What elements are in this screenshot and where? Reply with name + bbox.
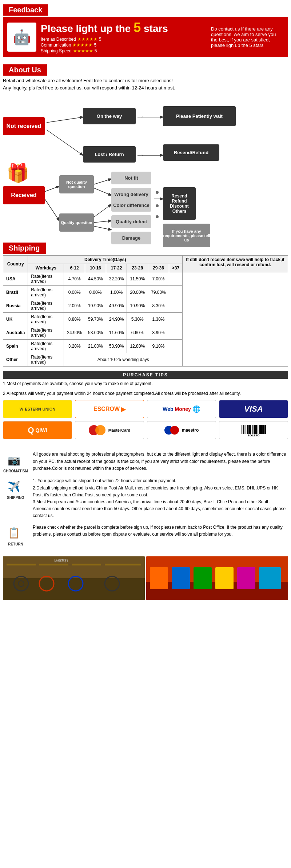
received-box: Received xyxy=(3,186,45,204)
shipping-info-row: ✈️ SHIPPING 1. Your package will be ship… xyxy=(3,477,288,519)
other-span: About 10-25 worlding days xyxy=(64,353,183,367)
svg-rect-15 xyxy=(243,425,244,434)
svg-rect-39 xyxy=(39,564,68,565)
col-workdays: Workdays xyxy=(28,264,64,272)
visa-payment: VISA xyxy=(219,400,288,418)
return-icon: 📋 xyxy=(3,524,25,542)
col-6-12: 6-12 xyxy=(64,264,85,272)
payment-grid: W ESTERN UNION ESCROW ▶ WebMoney 🌐 VISA … xyxy=(3,400,288,439)
country-uk: UK xyxy=(3,313,28,326)
table-row: Other Rate(Items arrived) About 10-25 wo… xyxy=(3,353,288,367)
dot1 xyxy=(156,191,159,194)
shop-image-right xyxy=(146,556,288,600)
quality-defect-box: Quality defect xyxy=(111,215,151,228)
table-row: Spain Rate(Items arrived) 3.20%21.00%53.… xyxy=(3,340,288,353)
svg-line-0 xyxy=(47,117,83,123)
rating-value: 5 xyxy=(99,37,101,42)
svg-rect-14 xyxy=(243,425,243,434)
shop-images: 华骑车行 xyxy=(3,556,288,600)
svg-rect-23 xyxy=(252,425,253,434)
about-section: About Us Retail and wholesale are all we… xyxy=(0,60,291,94)
country-russia: Russia xyxy=(3,299,28,313)
tips-line2: 2.Aliexpress will verify your payment wi… xyxy=(3,390,288,397)
tips-line1: 1.Most of payments are available, choose… xyxy=(3,380,288,387)
rating-value: 5 xyxy=(95,48,97,53)
banner-number: 5 xyxy=(133,20,141,35)
svg-line-2 xyxy=(47,130,83,155)
chromatism-label: CHROMATISM xyxy=(3,469,28,473)
shipping-section: Shipping Country Delivery Time(Days) If … xyxy=(0,238,291,369)
svg-text:华骑车行: 华骑车行 xyxy=(54,559,68,563)
camera-icon: 📷 xyxy=(3,451,25,469)
svg-rect-20 xyxy=(249,425,250,434)
plane-icon: ✈️ xyxy=(3,477,25,496)
table-row: USA Rate(Items arrived) 4.70%44.50%32.20… xyxy=(3,272,288,286)
return-icon-container: 📋 RETURN xyxy=(3,524,28,546)
requirements-box: If you have any requirements, please tel… xyxy=(163,224,210,247)
rating-label: Shipping Speed xyxy=(41,48,72,53)
svg-rect-16 xyxy=(245,425,245,434)
shipping-icon-container: ✈️ SHIPPING xyxy=(3,477,28,500)
svg-rect-55 xyxy=(259,567,281,589)
svg-rect-53 xyxy=(215,567,234,589)
please-wait-box: Please Patiently wait xyxy=(163,106,236,126)
svg-line-9 xyxy=(94,221,111,223)
ratings-list: Item as Described ★★★★★ 5 Communication … xyxy=(41,37,207,53)
barcode-icon: BOLETO xyxy=(241,424,266,437)
shipping-table: Country Delivery Time(Days) If still don… xyxy=(3,255,288,367)
svg-rect-30 xyxy=(261,425,262,434)
table-row: Australia Rate(Items arrived) 24.90%53.0… xyxy=(3,326,288,340)
damage-box: Damage xyxy=(111,232,151,244)
flow-container: Not received On the way → Please Patient… xyxy=(3,97,287,235)
shop-scene-left: 华骑车行 xyxy=(3,556,145,600)
shipping-note: If still don't receive items.we will hel… xyxy=(183,256,288,272)
svg-rect-19 xyxy=(248,425,249,434)
svg-rect-21 xyxy=(250,425,251,434)
about-title: About Us xyxy=(3,64,47,76)
not-received-box: Not received xyxy=(3,117,45,135)
return-text: Please check whether the parcel is compl… xyxy=(33,524,288,538)
feedback-title: Feedback xyxy=(3,4,48,16)
info-section: 📷 CHROMATISM All goods are real shooting… xyxy=(0,445,291,553)
country-usa: USA xyxy=(3,272,28,286)
webmoney-payment: WebMoney 🌐 xyxy=(147,400,216,418)
svg-rect-34 xyxy=(265,425,266,434)
col-37: >37 xyxy=(169,264,182,272)
shop-image-left: 华骑车行 xyxy=(3,556,145,600)
stars-banner: 🤖 Please light up the 5 stars Item as De… xyxy=(3,17,288,57)
table-row: Brazil Rate(Items arrived) 0.00%0.00%1.0… xyxy=(3,286,288,299)
qiwi-payment: Q QIWI xyxy=(3,421,72,439)
country-australia: Australia xyxy=(3,326,28,340)
mastercard-icon xyxy=(89,425,105,435)
col-10-16: 10-16 xyxy=(85,264,106,272)
rating-label: Item as Described xyxy=(41,37,76,42)
rating-item-described: Item as Described ★★★★★ 5 xyxy=(41,37,207,42)
svg-rect-52 xyxy=(194,567,212,589)
rating-value: 5 xyxy=(94,43,96,48)
svg-line-4 xyxy=(45,186,59,192)
about-text: Retail and wholesale are all welcome! Fe… xyxy=(3,77,288,91)
western-union-payment: W ESTERN UNION xyxy=(3,400,72,418)
feedback-section: Feedback 🤖 Please light up the 5 stars I… xyxy=(0,0,291,60)
chromatism-text: All goods are real shooting by professio… xyxy=(33,451,288,472)
stars-icon: ★★★★★ xyxy=(72,43,92,48)
svg-rect-17 xyxy=(246,425,246,434)
svg-rect-51 xyxy=(172,567,190,589)
svg-rect-25 xyxy=(255,425,256,434)
mastercard-payment: MasterCard xyxy=(75,421,144,439)
about-line2: Any Inquiry, pls feel free to contact us… xyxy=(3,84,288,92)
rating-item-communication: Communication ★★★★★ 5 xyxy=(41,43,207,48)
workdays-cell: Rate(Items arrived) xyxy=(28,272,64,286)
svg-rect-50 xyxy=(150,567,168,589)
arrow2: → xyxy=(137,151,144,159)
svg-rect-29 xyxy=(259,425,261,434)
about-line1: Retail and wholesale are all welcome! Fe… xyxy=(3,77,288,84)
svg-line-6 xyxy=(94,188,111,195)
country-other: Other xyxy=(3,353,28,367)
return-row: 📋 RETURN Please check whether the parcel… xyxy=(3,524,288,546)
svg-rect-31 xyxy=(262,425,263,434)
not-quality-box: Not quality question xyxy=(59,175,94,193)
resend-refund-box: Resend/Refund xyxy=(163,144,219,161)
purchase-tips-section: PURCHASE TIPS 1.Most of payments are ava… xyxy=(0,369,291,445)
col-country: Country xyxy=(3,256,28,272)
